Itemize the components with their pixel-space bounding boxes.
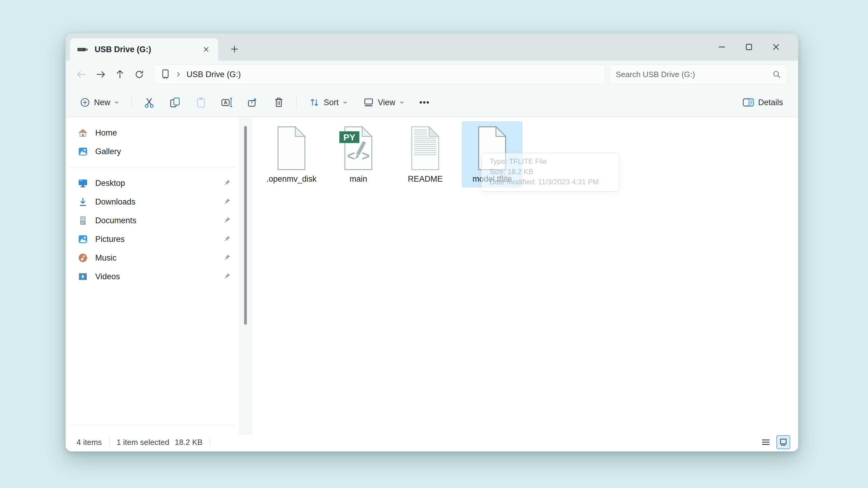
pin-icon[interactable]: [223, 272, 230, 281]
svg-text:>: >: [362, 148, 370, 164]
sidebar-item-documents[interactable]: Documents: [70, 211, 236, 230]
desktop: USB Drive (G:): [0, 0, 868, 488]
generic-file-icon: [273, 126, 310, 171]
up-button[interactable]: [110, 65, 130, 84]
address-row: USB Drive (G:): [66, 61, 798, 88]
minimize-icon: [718, 43, 726, 51]
text-file-icon: [406, 126, 444, 171]
sidebar-bottom-divider: [69, 425, 236, 425]
pictures-icon: [78, 234, 88, 244]
sidebar-item-label: Music: [95, 253, 223, 263]
delete-trash-icon: [273, 97, 284, 108]
minimize-button[interactable]: [708, 37, 735, 57]
tab-usb-drive[interactable]: USB Drive (G:): [70, 38, 218, 61]
window-controls: [708, 33, 789, 61]
pin-icon[interactable]: [223, 254, 230, 262]
sidebar-scrollbar[interactable]: [239, 117, 252, 435]
chevron-down-icon: [342, 100, 348, 105]
tooltip-modified-line: Date modified: 11/3/2023 4:31 PM: [490, 177, 619, 187]
more-options-button[interactable]: •••: [416, 96, 433, 110]
toolbar-separator: [296, 96, 297, 109]
sidebar-item-label: Downloads: [95, 197, 223, 207]
sidebar-item-downloads[interactable]: Downloads: [70, 193, 236, 211]
sidebar-item-pictures[interactable]: Pictures: [70, 230, 236, 249]
file-name: .openmv_disk: [261, 174, 321, 184]
sidebar-item-music[interactable]: Music: [70, 249, 236, 267]
pin-icon[interactable]: [223, 235, 230, 243]
refresh-button[interactable]: [130, 65, 149, 84]
sidebar-item-label: Gallery: [95, 147, 230, 156]
search-box[interactable]: [610, 64, 787, 84]
cut-scissors-icon: [144, 97, 155, 108]
copy-button[interactable]: [167, 94, 184, 111]
large-icons-view-button[interactable]: [776, 435, 790, 449]
close-window-button[interactable]: [763, 37, 789, 57]
sort-button[interactable]: Sort: [306, 94, 351, 110]
close-icon: [772, 43, 780, 51]
py-badge: PY: [343, 132, 355, 142]
share-button[interactable]: [244, 94, 261, 111]
view-toggle-group: [759, 435, 790, 449]
new-button[interactable]: New: [76, 95, 122, 110]
sidebar-item-label: Documents: [95, 216, 223, 225]
delete-button[interactable]: [270, 94, 287, 111]
file-tile-main[interactable]: < > PY main: [328, 121, 389, 187]
tooltip-size-line: Size: 18.2 KB: [490, 167, 619, 177]
address-bar[interactable]: USB Drive (G:): [154, 64, 605, 84]
sidebar-item-home[interactable]: Home: [70, 124, 236, 142]
refresh-icon: [134, 69, 145, 80]
file-list-area[interactable]: .openmv_disk < >: [252, 117, 798, 435]
large-icons-view-icon: [779, 438, 787, 447]
file-explorer-window: USB Drive (G:): [65, 33, 798, 452]
rename-glyph: A: [224, 100, 227, 105]
share-icon: [247, 97, 258, 108]
cut-button[interactable]: [141, 94, 158, 111]
file-info-tooltip: Type: TFLITE File Size: 18.2 KB Date mod…: [481, 153, 619, 192]
chevron-down-icon: [114, 100, 119, 105]
view-icon: [363, 97, 374, 108]
explorer-body: Home Gallery: [66, 117, 798, 435]
details-pane-icon: [742, 97, 754, 108]
tab-title: USB Drive (G:): [95, 45, 199, 54]
scrollbar-thumb[interactable]: [244, 126, 247, 325]
details-view-button[interactable]: [759, 435, 773, 449]
file-name: main: [328, 174, 389, 184]
search-input[interactable]: [615, 70, 772, 79]
up-arrow-icon: [115, 69, 125, 80]
file-tile-readme[interactable]: README: [395, 121, 456, 187]
music-icon: [78, 253, 88, 263]
rename-button[interactable]: A: [218, 94, 236, 111]
maximize-icon: [745, 43, 753, 51]
videos-icon: [78, 271, 88, 282]
sidebar-item-desktop[interactable]: Desktop: [70, 174, 236, 193]
sort-button-label: Sort: [324, 98, 339, 107]
sidebar-item-gallery[interactable]: Gallery: [70, 142, 236, 161]
tab-close-button[interactable]: [199, 43, 213, 56]
pin-icon[interactable]: [223, 217, 230, 224]
details-pane-button[interactable]: Details: [739, 95, 786, 110]
file-tile-openmv-disk[interactable]: .openmv_disk: [261, 121, 321, 187]
downloads-icon: [78, 197, 88, 207]
view-button[interactable]: View: [360, 94, 407, 110]
home-icon: [78, 128, 88, 138]
sidebar-item-label: Desktop: [95, 178, 223, 188]
tab-strip: USB Drive (G:): [66, 33, 798, 61]
new-tab-button[interactable]: [226, 41, 243, 58]
sidebar-item-videos[interactable]: Videos: [70, 267, 236, 286]
file-name: README: [395, 174, 456, 184]
paste-button[interactable]: [193, 94, 210, 111]
pin-icon[interactable]: [223, 198, 230, 206]
sidebar-item-label: Pictures: [95, 235, 223, 244]
command-toolbar: New: [66, 88, 798, 117]
status-separator: [109, 438, 110, 447]
usb-drive-icon: [77, 47, 88, 52]
forward-button[interactable]: [91, 65, 110, 84]
items-count: 4 items: [76, 438, 102, 447]
svg-text:<: <: [347, 148, 355, 164]
maximize-button[interactable]: [735, 37, 763, 57]
details-button-label: Details: [758, 98, 783, 107]
sidebar-item-label: Videos: [95, 272, 223, 281]
rename-icon: A: [221, 97, 233, 108]
back-button[interactable]: [72, 65, 91, 84]
pin-icon[interactable]: [223, 179, 230, 187]
